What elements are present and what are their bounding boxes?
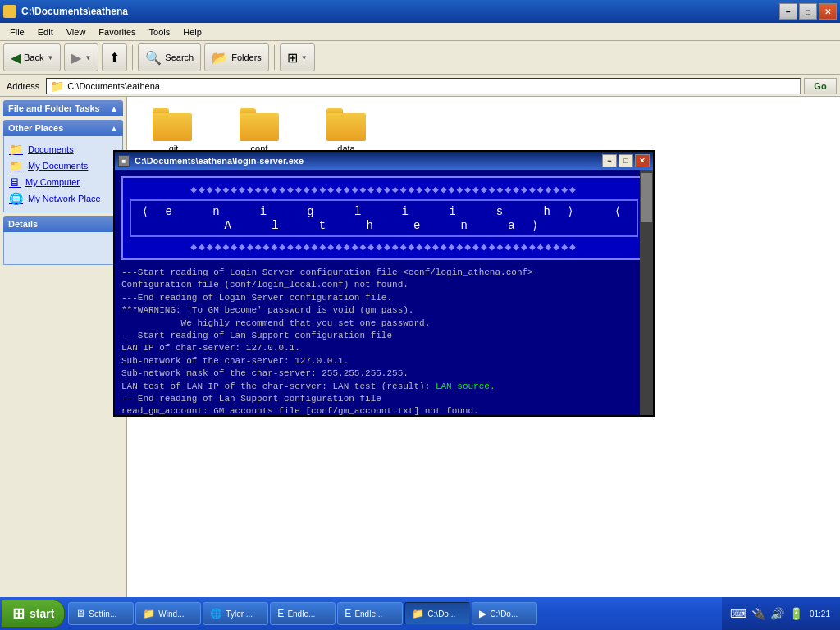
back-arrow-icon: ◀ (11, 50, 21, 66)
menu-help[interactable]: Help (176, 25, 208, 39)
up-arrow-icon: ⬆ (109, 50, 120, 66)
tray-keyboard-icon[interactable]: ⌨ (728, 607, 748, 620)
window-icon (3, 5, 16, 18)
taskbar-cmd-icon: ▶ (479, 608, 486, 619)
taskbar-item-endle1[interactable]: E Endle... (270, 602, 336, 625)
folder-conf-icon (240, 108, 279, 141)
folder-conf[interactable]: conf (222, 105, 296, 157)
folder-data[interactable]: data (309, 105, 383, 157)
toolbar-separator-2 (274, 45, 275, 70)
go-button[interactable]: Go (804, 78, 837, 94)
start-label: start (30, 607, 54, 620)
taskbar-endle2-icon: E (345, 608, 351, 619)
taskbar-item-endle2[interactable]: E Endle... (337, 602, 403, 625)
tray-volume-icon[interactable]: 🔊 (769, 607, 786, 620)
taskbar-endle2-label: Endle... (354, 609, 382, 619)
forward-dropdown-icon[interactable]: ▼ (84, 54, 91, 62)
up-button[interactable]: ⬆ (102, 43, 127, 71)
taskbar-item-explorer[interactable]: 📁 C:\Do... (404, 602, 470, 625)
close-button[interactable]: ✕ (819, 3, 837, 20)
menu-favorites[interactable]: Favorites (92, 25, 142, 39)
taskbar-item-settings[interactable]: 🖥 Settin... (68, 602, 134, 625)
cmd-line-10: LAN test of LAN IP of the char-server: L… (121, 381, 646, 393)
taskbar-explorer-icon: 📁 (412, 608, 424, 619)
menu-tools[interactable]: Tools (143, 25, 177, 39)
views-dropdown-icon[interactable]: ▼ (301, 54, 308, 62)
cmd-line-2: Configuration file (conf/login_local.con… (121, 279, 646, 291)
cmd-maximize-button[interactable]: □ (619, 154, 633, 167)
other-places-toggle-icon: ▲ (110, 124, 118, 133)
other-places-label: Other Places (8, 123, 63, 133)
cmd-output: ---Start reading of Login Server configu… (115, 267, 653, 415)
back-button[interactable]: ◀ Back ▼ (3, 43, 61, 71)
tray-network-icon[interactable]: 🔌 (750, 607, 767, 620)
sidebar-item-documents[interactable]: 📁 Documents (9, 141, 117, 158)
maximize-button[interactable]: □ (799, 3, 817, 20)
cmd-line-3: ---End reading of Login Server configura… (121, 292, 646, 304)
tray-battery-icon[interactable]: 🔋 (788, 607, 805, 620)
cmd-line-12: read_gm_account: GM accounts file [conf/… (121, 405, 646, 415)
taskbar-endle1-icon: E (277, 608, 284, 619)
documents-label: Documents (28, 144, 74, 154)
taskbar-endle1-label: Endle... (287, 609, 315, 619)
toolbar-separator-1 (132, 45, 133, 70)
address-input[interactable]: 📁 C:\Documents\eathena (46, 78, 801, 94)
toolbar: ◀ Back ▼ ▶ ▼ ⬆ 🔍 Search 📂 Folders ⊞ ▼ (0, 41, 840, 75)
menu-edit[interactable]: Edit (31, 25, 60, 39)
cmd-line-1: ---Start reading of Login Server configu… (121, 267, 646, 279)
other-places-content: 📁 Documents 📁 My Documents 🖥 My Computer… (3, 136, 123, 212)
taskbar-item-cmd[interactable]: ▶ C:\Do... (472, 602, 537, 625)
cmd-minimize-button[interactable]: − (602, 154, 617, 167)
sidebar-item-my-computer[interactable]: 🖥 My Computer (9, 174, 117, 190)
cmd-line-6: ---Start reading of Lan Support configur… (121, 330, 646, 342)
system-clock: 01:21 (806, 609, 833, 619)
back-dropdown-icon[interactable]: ▼ (47, 54, 53, 62)
cmd-line-11: ---End reading of Lan Support configurat… (121, 393, 646, 405)
network-icon: 🌐 (9, 192, 23, 205)
cmd-close-button[interactable]: ✕ (635, 154, 650, 167)
network-label: My Network Place (28, 194, 101, 203)
other-places-header[interactable]: Other Places ▲ (3, 120, 123, 136)
cmd-scrollbar-thumb[interactable] (641, 173, 652, 222)
file-tasks-header[interactable]: File and Folder Tasks ▲ (3, 100, 123, 116)
taskbar-item-windows[interactable]: 📁 Wind... (135, 602, 201, 625)
folder-data-icon (326, 108, 366, 141)
minimize-button[interactable]: − (779, 3, 797, 20)
other-places-section: Other Places ▲ 📁 Documents 📁 My Document… (3, 120, 123, 212)
my-computer-label: My Computer (25, 177, 80, 187)
taskbar-item-tyler[interactable]: 🌐 Tyler ... (203, 602, 268, 625)
address-bar: Address 📁 C:\Documents\eathena Go (0, 75, 840, 97)
file-tasks-label: File and Folder Tasks (8, 103, 100, 113)
search-icon: 🔍 (145, 50, 162, 66)
cmd-icon: ■ (118, 155, 130, 167)
back-label: Back (24, 52, 43, 62)
folders-icon: 📂 (212, 50, 228, 66)
folder-git[interactable]: .git (135, 105, 209, 157)
menu-file[interactable]: File (3, 25, 31, 39)
file-tasks-section: File and Folder Tasks ▲ (3, 100, 123, 116)
folders-button[interactable]: 📂 Folders (204, 43, 269, 71)
address-label: Address (3, 81, 43, 91)
my-documents-label: My Documents (28, 161, 88, 171)
cmd-scrollbar[interactable] (640, 170, 653, 415)
taskbar-items: 🖥 Settin... 📁 Wind... 🌐 Tyler ... E Endl… (65, 602, 722, 625)
details-header: Details (3, 216, 123, 232)
address-path: C:\Documents\eathena (67, 81, 160, 91)
sidebar-item-my-documents[interactable]: 📁 My Documents (9, 158, 117, 174)
start-button[interactable]: ⊞ start (2, 600, 65, 628)
sidebar: File and Folder Tasks ▲ Other Places ▲ 📁… (0, 97, 127, 597)
cmd-buttons: − □ ✕ (602, 154, 650, 167)
taskbar-explorer-label: C:\Do... (427, 609, 455, 619)
sidebar-item-network[interactable]: 🌐 My Network Place (9, 190, 117, 207)
details-section: Details (3, 216, 123, 265)
title-bar: C:\Documents\eathena − □ ✕ (0, 0, 840, 23)
documents-icon: 📁 (9, 143, 23, 156)
lan-source-text: LAN source. (436, 381, 495, 391)
forward-icon: ▶ (71, 50, 81, 66)
menu-view[interactable]: View (60, 25, 93, 39)
search-button[interactable]: 🔍 Search (138, 43, 201, 71)
views-button[interactable]: ⊞ ▼ (280, 43, 315, 71)
forward-button[interactable]: ▶ ▼ (64, 43, 98, 71)
cmd-window: ■ C:\Documents\eathena\login-server.exe … (113, 150, 655, 417)
cmd-title-left: ■ C:\Documents\eathena\login-server.exe (118, 155, 304, 167)
